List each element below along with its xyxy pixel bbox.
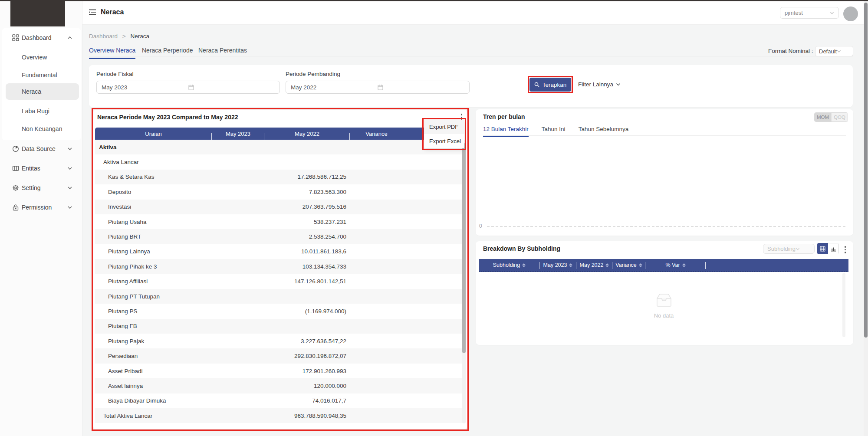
sidebar-item-fundamental[interactable]: Fundamental — [0, 70, 82, 80]
table-scrollbar-thumb[interactable] — [462, 143, 466, 353]
row-label: Aktiva Lancar — [95, 159, 139, 165]
column-header-variance[interactable]: Variance — [350, 131, 403, 137]
chevron-down-icon — [616, 82, 621, 87]
chevron-down-icon — [837, 49, 849, 53]
table-row: Biaya Dibayar Dimuka74.016.017,7 — [95, 393, 462, 408]
row-label: Persediaan — [95, 353, 138, 359]
tab-overview-neraca[interactable]: Overview Neraca — [89, 47, 135, 59]
column-header-may-2023[interactable]: May 2023 — [539, 259, 576, 271]
chevron-up-icon — [67, 35, 72, 40]
chart-view-icon[interactable] — [828, 243, 839, 254]
sidebar-item-label: Setting — [22, 184, 41, 191]
sidebar-item-data-source[interactable]: Data Source — [0, 144, 82, 154]
more-filters-toggle[interactable]: Filter Lainnya — [578, 81, 621, 88]
app-logo — [10, 1, 65, 26]
apply-button[interactable]: Terapkan — [529, 78, 571, 92]
chevron-down-icon — [67, 166, 72, 171]
table-row: Deposito7.823.563.300 — [95, 184, 462, 199]
breadcrumb-item[interactable]: Dashboard — [89, 33, 118, 39]
periode-pembanding-label: Periode Pembanding — [286, 71, 340, 77]
chevron-down-icon — [67, 146, 72, 151]
column-label: May 2022 — [580, 262, 604, 268]
chevron-down-icon — [67, 205, 72, 210]
page-scrollbar[interactable] — [864, 1, 868, 436]
page-title: Neraca — [101, 8, 124, 16]
sidebar-item-label: Data Source — [22, 145, 56, 152]
mom-toggle-button[interactable]: MOM — [815, 113, 831, 121]
qoq-toggle-button[interactable]: QOQ — [831, 113, 848, 121]
column-label: May 2023 — [543, 262, 567, 268]
empty-state: No data — [479, 273, 848, 338]
column-header-may-2022[interactable]: May 2022 — [576, 259, 612, 271]
kebab-menu-icon[interactable] — [843, 245, 848, 255]
column-label: % Var — [665, 262, 680, 268]
sidebar-subitem-label: Fundamental — [22, 72, 57, 79]
column-header-blank — [706, 259, 848, 271]
format-nominal-select[interactable]: Default — [815, 46, 853, 56]
table-row: Piutang PS(1.169.974.000) — [95, 304, 462, 318]
row-label: Piutang Usaha — [95, 219, 147, 225]
row-value: 207.363.795.516 — [302, 203, 346, 210]
neraca-table-title: Neraca Periode May 2023 Compared to May … — [97, 114, 238, 121]
row-value: 7.823.563.300 — [309, 189, 346, 195]
column-header-pct-var[interactable]: % Var — [645, 259, 706, 271]
sort-icon[interactable] — [605, 263, 609, 267]
row-label: Piutang Lainnya — [95, 248, 150, 255]
sidebar-item-dashboard[interactable]: Dashboard — [0, 33, 82, 43]
sidebar-item-entitas[interactable]: Entitas — [0, 163, 82, 174]
sort-icon[interactable] — [522, 263, 526, 267]
sidebar-item-overview[interactable]: Overview — [0, 52, 82, 62]
table-row: Aktiva Lancar — [95, 154, 462, 169]
more-filters-label: Filter Lainnya — [578, 81, 613, 88]
user-dropdown[interactable]: pjmtest — [780, 7, 839, 19]
neraca-table-body: AktivaAktiva LancarKas & Setara Kas17.26… — [95, 140, 462, 423]
table-view-icon[interactable] — [817, 243, 828, 254]
row-label: Kas & Setara Kas — [95, 174, 155, 180]
sort-icon[interactable] — [682, 263, 686, 267]
sort-icon[interactable] — [569, 263, 572, 267]
table-row: Piutang Usaha538.237.231 — [95, 214, 462, 229]
menu-fold-icon[interactable] — [89, 9, 96, 16]
row-value: (1.169.974.000) — [305, 308, 346, 315]
table-row: Piutang PT Tutupan — [95, 289, 462, 304]
row-value: 292.830.196.872,07 — [294, 353, 346, 359]
sidebar-item-setting[interactable]: Setting — [0, 183, 82, 193]
export-pdf-item[interactable]: Export PDF — [424, 120, 464, 134]
table-row: Investasi207.363.795.516 — [95, 200, 462, 214]
periode-pembanding-input[interactable]: May 2022 — [286, 81, 470, 94]
table-scrollbar[interactable] — [462, 140, 466, 423]
breakdown-scrollbar[interactable] — [842, 273, 845, 337]
table-row: Piutang Pajak3.227.636.547,22 — [95, 334, 462, 348]
filter-card: Periode Fiskal May 2023 Periode Pembandi… — [89, 65, 853, 107]
column-header-may-2022[interactable]: May 2022 — [264, 131, 350, 137]
neraca-table-card: Neraca Periode May 2023 Compared to May … — [93, 110, 467, 429]
row-value: 120.000.000 — [314, 383, 346, 389]
sidebar-item-permission[interactable]: Permission — [0, 202, 82, 213]
page-scrollbar-thumb[interactable] — [864, 3, 868, 338]
avatar[interactable] — [843, 7, 858, 21]
periode-fiskal-input[interactable]: May 2023 — [96, 81, 280, 94]
export-excel-item[interactable]: Export Excel — [424, 134, 464, 148]
y-axis-zero-label: 0 — [479, 223, 482, 229]
row-label: Biaya Dibayar Dimuka — [95, 397, 166, 404]
periode-fiskal-value: May 2023 — [102, 84, 188, 91]
calendar-icon — [378, 84, 464, 90]
row-value: 963.788.590.948,35 — [294, 413, 346, 419]
table-row: Piutang FB — [95, 319, 462, 334]
column-header-uraian[interactable]: Uraian — [95, 131, 212, 137]
breakdown-title: Breakdown By Subholding — [483, 245, 560, 252]
breakdown-table-header: Subholding May 2023 May 2022 Variance % … — [479, 259, 848, 272]
column-header-subholding[interactable]: Subholding — [479, 259, 539, 271]
row-value: 103.134.354.733 — [302, 263, 346, 270]
sidebar-item-label: Dashboard — [22, 34, 52, 41]
column-header-variance[interactable]: Variance — [612, 259, 645, 271]
row-value: 74.016.017,7 — [312, 397, 346, 404]
subholding-select[interactable]: Subholding — [763, 244, 815, 254]
sort-icon[interactable] — [639, 263, 642, 267]
row-value: 17.268.586.712,25 — [297, 174, 346, 180]
sidebar-item-laba-rugi[interactable]: Laba Rugi — [0, 106, 82, 116]
search-icon — [534, 82, 539, 87]
sidebar-item-neraca[interactable]: Neraca — [0, 86, 82, 97]
sidebar-item-non-keuangan[interactable]: Non Keuangan — [0, 124, 82, 134]
column-header-may-2023[interactable]: May 2023 — [212, 131, 264, 137]
